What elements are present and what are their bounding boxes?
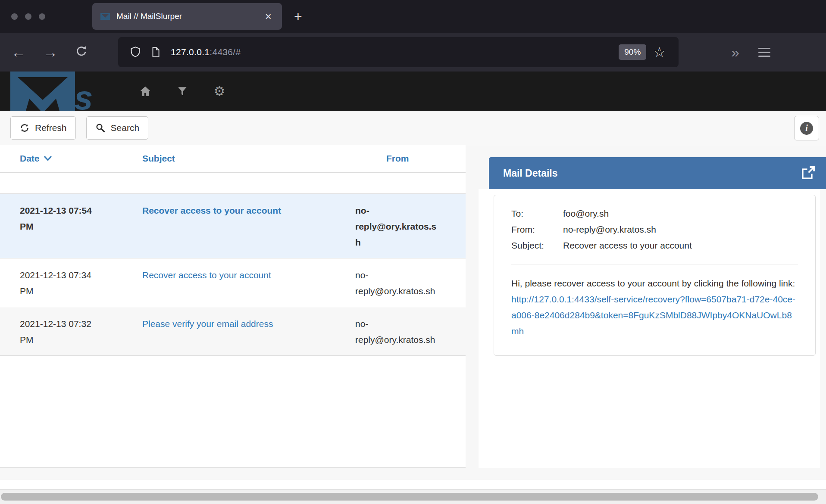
mail-row[interactable]: 2021-12-13 07:54 PM Recover access to yo…	[0, 193, 466, 258]
sort-descending-icon	[44, 156, 52, 161]
subject-label: Subject:	[511, 237, 563, 253]
home-icon[interactable]	[138, 85, 153, 98]
shield-icon[interactable]	[129, 46, 141, 59]
table-spacer	[0, 173, 466, 193]
mailslurper-logo: s	[10, 72, 114, 111]
search-button[interactable]: Search	[86, 116, 149, 140]
column-header-from[interactable]: From	[335, 153, 466, 164]
bookmark-star-icon[interactable]: ☆	[653, 44, 666, 60]
mail-from: no-reply@ory.kratos.sh	[355, 267, 440, 299]
mailslurper-favicon	[100, 11, 110, 22]
mail-from: no-reply@ory.kratos.sh	[355, 202, 440, 250]
mail-list: Date Subject From 2021-12-13 07:54 PM Re…	[0, 145, 466, 468]
main-content: Date Subject From 2021-12-13 07:54 PM Re…	[0, 145, 826, 480]
browser-navbar: ← → 127.0.0.1:4436/# 90% ☆ »	[0, 33, 826, 72]
app-toolbar: Refresh Search i	[0, 111, 826, 145]
open-external-icon[interactable]	[800, 165, 816, 181]
mail-date: 2021-12-13 07:34 PM	[20, 267, 95, 299]
horizontal-scrollbar[interactable]	[0, 489, 826, 504]
scrollbar-thumb[interactable]	[1, 493, 818, 501]
from-label: From:	[511, 221, 563, 237]
mail-details-header: Mail Details	[489, 157, 826, 189]
mail-subject-link[interactable]: Recover access to your account	[142, 205, 281, 215]
info-button[interactable]: i	[794, 116, 819, 140]
mail-row[interactable]: 2021-12-13 07:32 PM Please verify your e…	[0, 307, 466, 356]
refresh-icon	[19, 123, 30, 133]
back-icon[interactable]: ←	[9, 45, 28, 59]
refresh-label: Refresh	[35, 123, 67, 133]
refresh-button[interactable]: Refresh	[10, 116, 76, 140]
url-text[interactable]: 127.0.0.1:4436/#	[171, 47, 241, 57]
close-tab-icon[interactable]: ×	[263, 10, 274, 23]
mail-subject-link[interactable]: Recover access to your account	[142, 270, 271, 280]
browser-tab[interactable]: Mail // MailSlurper ×	[92, 3, 282, 30]
mail-rows: 2021-12-13 07:54 PM Recover access to yo…	[0, 193, 466, 356]
window-controls[interactable]	[0, 13, 92, 20]
to-value: foo@ory.sh	[563, 205, 609, 221]
url-host: 127.0.0.1	[171, 47, 210, 57]
mail-date: 2021-12-13 07:54 PM	[20, 202, 95, 234]
mail-from: no-reply@ory.kratos.sh	[355, 316, 440, 348]
mail-row[interactable]: 2021-12-13 07:34 PM Recover access to yo…	[0, 258, 466, 307]
mail-body: Hi, please recover access to your accoun…	[511, 275, 798, 339]
mail-list-header: Date Subject From	[0, 145, 466, 173]
new-tab-button[interactable]: +	[294, 9, 302, 25]
hamburger-menu-icon[interactable]	[758, 48, 770, 57]
mail-card: To:foo@ory.sh From:no-reply@ory.kratos.s…	[494, 195, 816, 356]
subject-value: Recover access to your account	[563, 237, 692, 253]
from-value: no-reply@ory.kratos.sh	[563, 221, 656, 237]
mail-subject-link[interactable]: Please verify your email address	[142, 319, 273, 329]
card-divider	[511, 264, 798, 265]
svg-text:s: s	[74, 79, 93, 111]
search-label: Search	[111, 123, 140, 133]
browser-tab-strip: Mail // MailSlurper × +	[0, 0, 826, 33]
mail-body-text: Hi, please recover access to your accoun…	[511, 278, 795, 288]
mail-details-panel: Mail Details To:foo@ory.sh From:no-reply…	[479, 145, 826, 468]
settings-gear-icon[interactable]: ⚙	[212, 85, 227, 98]
tab-title: Mail // MailSlurper	[116, 12, 263, 21]
mail-details-body: To:foo@ory.sh From:no-reply@ory.kratos.s…	[479, 189, 820, 468]
url-bar[interactable]: 127.0.0.1:4436/# 90% ☆	[118, 37, 679, 67]
recovery-link[interactable]: http://127.0.0.1:4433/self-service/recov…	[511, 294, 795, 336]
mailslurper-header: s ⚙	[0, 72, 826, 111]
browser-window: Mail // MailSlurper × + ← → 127.0.0.1:44…	[0, 0, 826, 504]
to-label: To:	[511, 205, 563, 221]
search-icon	[95, 123, 106, 133]
info-icon: i	[800, 122, 813, 135]
page-icon[interactable]	[150, 46, 161, 59]
bottom-gap	[0, 480, 826, 489]
column-header-date[interactable]: Date	[0, 153, 122, 164]
url-port-path: :4436/#	[210, 47, 241, 57]
column-header-subject[interactable]: Subject	[122, 153, 335, 164]
mail-details-title: Mail Details	[503, 168, 558, 179]
mail-date: 2021-12-13 07:32 PM	[20, 316, 95, 348]
filter-icon[interactable]	[175, 86, 190, 97]
forward-icon[interactable]: →	[41, 45, 60, 59]
app-nav-icons: ⚙	[138, 72, 227, 111]
zoom-level-badge[interactable]: 90%	[619, 44, 646, 60]
toolbar-overflow-icon[interactable]: »	[731, 44, 738, 61]
reload-icon[interactable]	[72, 45, 91, 60]
